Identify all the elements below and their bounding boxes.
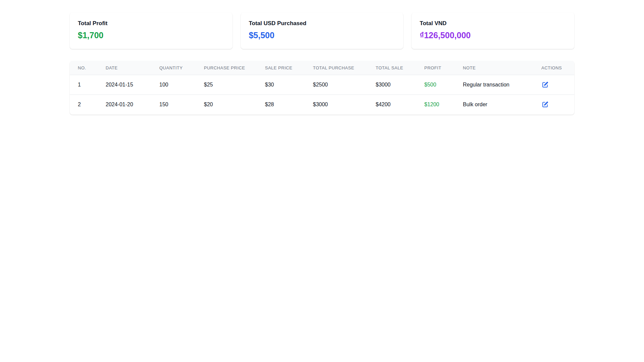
cell-quantity: 150 <box>151 95 196 115</box>
total-usd-purchased-card: Total USD Purchased $5,500 <box>241 13 404 49</box>
column-header-purchase-price: PURCHASE PRICE <box>196 61 257 75</box>
cell-actions <box>533 95 574 115</box>
column-header-actions: ACTIONS <box>533 61 574 75</box>
cell-profit: $1200 <box>416 95 455 115</box>
table-row: 12024-01-15100$25$30$2500$3000$500Regula… <box>70 75 574 95</box>
column-header-profit: PROFIT <box>416 61 455 75</box>
cell-total-sale: $3000 <box>368 75 416 95</box>
cell-date: 2024-01-20 <box>98 95 151 115</box>
transactions-table: NO. DATE QUANTITY PURCHASE PRICE SALE PR… <box>70 61 574 115</box>
card-value: $5,500 <box>249 31 395 40</box>
edit-icon <box>542 81 548 88</box>
cell-purchase-price: $25 <box>196 75 257 95</box>
summary-cards-row: Total Profit $1,700 Total USD Purchased … <box>70 13 574 49</box>
table-header-row: NO. DATE QUANTITY PURCHASE PRICE SALE PR… <box>70 61 574 75</box>
cell-note: Regular transaction <box>455 75 533 95</box>
cell-sale-price: $28 <box>257 95 305 115</box>
card-title: Total Profit <box>78 20 224 27</box>
edit-icon <box>542 101 548 108</box>
column-header-date: DATE <box>98 61 151 75</box>
total-profit-card: Total Profit $1,700 <box>70 13 232 49</box>
cell-date: 2024-01-15 <box>98 75 151 95</box>
cell-quantity: 100 <box>151 75 196 95</box>
card-value: $1,700 <box>78 31 224 40</box>
column-header-quantity: QUANTITY <box>151 61 196 75</box>
cell-no: 1 <box>70 75 98 95</box>
cell-purchase-price: $20 <box>196 95 257 115</box>
cell-note: Bulk order <box>455 95 533 115</box>
page-content: Total Profit $1,700 Total USD Purchased … <box>70 0 574 115</box>
cell-actions <box>533 75 574 95</box>
edit-button[interactable] <box>541 101 549 108</box>
cell-no: 2 <box>70 95 98 115</box>
cell-sale-price: $30 <box>257 75 305 95</box>
cell-total-purchase: $2500 <box>305 75 368 95</box>
cell-total-sale: $4200 <box>368 95 416 115</box>
card-title: Total USD Purchased <box>249 20 395 27</box>
column-header-total-sale: TOTAL SALE <box>368 61 416 75</box>
cell-total-purchase: $3000 <box>305 95 368 115</box>
card-title: Total VND <box>420 20 566 27</box>
column-header-no: NO. <box>70 61 98 75</box>
edit-button[interactable] <box>541 81 549 88</box>
transactions-table-card: NO. DATE QUANTITY PURCHASE PRICE SALE PR… <box>70 61 574 115</box>
column-header-sale-price: SALE PRICE <box>257 61 305 75</box>
column-header-note: NOTE <box>455 61 533 75</box>
table-row: 22024-01-20150$20$28$3000$4200$1200Bulk … <box>70 95 574 115</box>
total-vnd-card: Total VND ₫126,500,000 <box>412 13 574 49</box>
card-value: ₫126,500,000 <box>420 31 566 40</box>
column-header-total-purchase: TOTAL PURCHASE <box>305 61 368 75</box>
cell-profit: $500 <box>416 75 455 95</box>
